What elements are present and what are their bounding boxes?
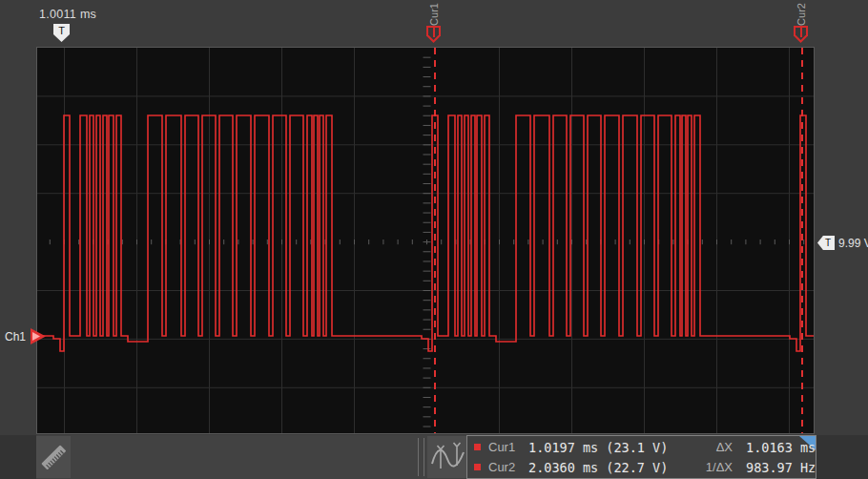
trigger-level-letter: T — [817, 236, 835, 250]
cursor-results-panel[interactable]: Cur1 1.0197 ms (23.1 V) ΔX 1.0163 ms Cur… — [466, 435, 816, 479]
cursor1-result-label: Cur1 — [488, 440, 528, 454]
toolbar-divider — [418, 438, 419, 476]
ch1-trace — [37, 115, 815, 351]
delta-x-value: 1.0163 ms — [746, 440, 816, 455]
measure-ruler-button[interactable] — [36, 436, 71, 478]
channel1-label: Ch1 — [5, 330, 26, 344]
waveform-display[interactable] — [36, 47, 815, 434]
status-bar: Cur1 1.0197 ms (23.1 V) ΔX 1.0163 ms Cur… — [0, 435, 868, 479]
ruler-icon — [39, 443, 68, 471]
trigger-level-marker-icon: T — [817, 236, 835, 250]
trigger-time-label: 1.0011 ms — [39, 8, 96, 21]
cursor2-result-value: 2.0360 ms (22.7 V) — [528, 460, 683, 475]
inverse-delta-x-label: 1/ΔX — [683, 460, 733, 474]
inverse-delta-x-value: 983.97 Hz — [746, 460, 816, 475]
cursor2-result-label: Cur2 — [488, 460, 528, 474]
cursor-measurement-icon — [429, 441, 467, 473]
delta-x-label: ΔX — [683, 440, 733, 454]
cursor2-marker[interactable] — [794, 26, 808, 43]
cursor1-marker[interactable] — [426, 26, 441, 43]
cursor2-result-row: Cur2 2.0360 ms (22.7 V) 1/ΔX 983.97 Hz — [474, 458, 810, 476]
cursor1-marker-stem — [433, 28, 435, 37]
cursor2-marker-stem — [800, 28, 802, 37]
toolbar-divider — [424, 438, 424, 476]
cursor-measurement-button[interactable] — [427, 436, 469, 478]
cursor2-color-bullet — [474, 464, 481, 470]
trigger-position-marker[interactable]: T — [53, 24, 70, 42]
cursor1-result-value: 1.0197 ms (23.1 V) — [528, 440, 683, 455]
cursor1-color-bullet — [474, 444, 481, 450]
channel1-arrow-fill — [32, 332, 40, 341]
oscilloscope-app: 1.0011 ms T Cur1 Cur2 Ch1 T 9.99 V — [0, 0, 868, 479]
cursor1-result-row: Cur1 1.0197 ms (23.1 V) ΔX 1.0163 ms — [474, 438, 810, 456]
waveform-canvas — [36, 47, 815, 434]
trigger-level-value: 9.99 V — [838, 236, 868, 251]
trigger-marker-letter: T — [53, 24, 70, 38]
